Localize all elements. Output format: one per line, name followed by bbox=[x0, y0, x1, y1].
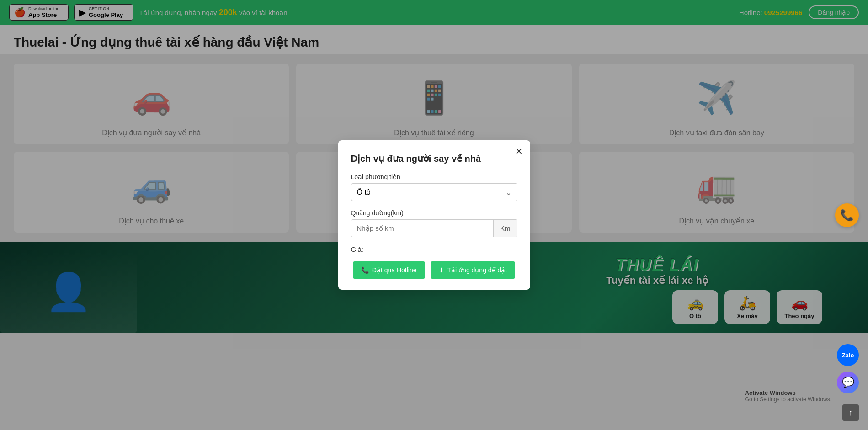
floating-call-button[interactable]: 📞 bbox=[835, 203, 859, 227]
vehicle-type-group: Loại phương tiện Ô tô Xe máy ⌄ bbox=[351, 173, 517, 201]
modal-dialog: ✕ Dịch vụ đưa người say về nhà Loại phươ… bbox=[338, 140, 530, 290]
book-app-label: Tải ứng dụng để đặt bbox=[447, 266, 507, 274]
book-app-button[interactable]: ⬇ Tải ứng dụng để đặt bbox=[431, 261, 516, 279]
call-icon: 📞 bbox=[840, 209, 854, 222]
phone-icon: 📞 bbox=[361, 266, 369, 274]
vehicle-type-select-wrapper: Ô tô Xe máy ⌄ bbox=[351, 183, 517, 201]
modal-overlay[interactable]: ✕ Dịch vụ đưa người say về nhà Loại phươ… bbox=[0, 0, 868, 333]
modal-actions: 📞 Đặt qua Hotline ⬇ Tải ứng dụng để đặt bbox=[351, 261, 517, 279]
vehicle-type-label: Loại phương tiện bbox=[351, 173, 517, 180]
book-hotline-label: Đặt qua Hotline bbox=[372, 266, 417, 274]
distance-label: Quãng đường(km) bbox=[351, 209, 517, 217]
price-label: Giá: bbox=[351, 245, 517, 253]
km-unit-label: Km bbox=[493, 220, 517, 237]
km-input-wrapper: Km bbox=[351, 219, 517, 237]
distance-input[interactable] bbox=[351, 220, 494, 237]
modal-title: Dịch vụ đưa người say về nhà bbox=[351, 153, 517, 164]
book-hotline-button[interactable]: 📞 Đặt qua Hotline bbox=[353, 261, 425, 279]
modal-close-button[interactable]: ✕ bbox=[515, 147, 523, 156]
vehicle-type-select[interactable]: Ô tô Xe máy bbox=[351, 184, 517, 201]
distance-group: Quãng đường(km) Km bbox=[351, 209, 517, 237]
download-icon: ⬇ bbox=[439, 266, 444, 274]
